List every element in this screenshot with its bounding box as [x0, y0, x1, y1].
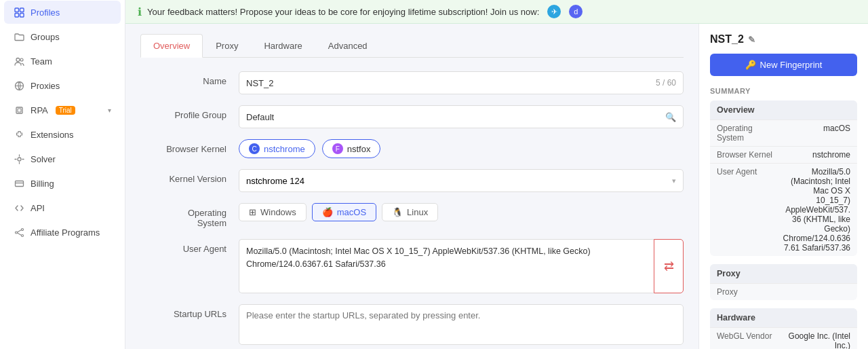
linux-label: Linux: [407, 207, 428, 217]
sidebar-label-groups: Groups: [31, 32, 60, 42]
user-agent-control: Mozilla/5.0 (Macintosh; Intel Mac OS X 1…: [239, 239, 684, 293]
sidebar-label-profiles: Profiles: [31, 7, 60, 18]
sidebar-label-affiliate: Affiliate Programs: [31, 227, 100, 238]
profile-group-label: Profile Group: [140, 105, 239, 120]
svg-point-9: [18, 158, 21, 161]
form-panel: Overview Proxy Hardware Advanced Name NS…: [125, 24, 698, 349]
sidebar-item-solver[interactable]: Solver: [4, 147, 121, 170]
browser-kernel-control: C nstchrome F nstfox: [239, 139, 684, 158]
summary-ua-key: User Agent: [717, 167, 781, 253]
summary-ua-row: User Agent Mozilla/5.0 (Macintosh; Intel…: [710, 163, 857, 256]
sidebar-label-api: API: [31, 203, 45, 213]
summary-webgl-vendor-val: Google Inc. (Intel Inc.): [781, 331, 850, 349]
svg-point-4: [16, 58, 20, 61]
svg-rect-3: [20, 13, 24, 17]
credit-icon: [14, 178, 24, 189]
summary-proxy-key: Proxy: [717, 287, 781, 297]
tabs: Overview Proxy Hardware Advanced: [140, 33, 684, 58]
tab-proxy[interactable]: Proxy: [203, 34, 251, 58]
os-btn-windows[interactable]: ⊞ Windows: [239, 203, 307, 221]
svg-point-13: [15, 232, 17, 234]
sidebar-item-api[interactable]: API: [4, 196, 121, 219]
nstfox-icon: F: [332, 143, 343, 154]
svg-rect-1: [20, 8, 24, 12]
sidebar-item-proxies[interactable]: Proxies: [4, 74, 121, 97]
summary-webgl-vendor-row: WebGL Vendor Google Inc. (Intel Inc.): [710, 327, 857, 349]
share-icon: [14, 227, 24, 238]
os-btn-macos[interactable]: 🍎 macOS: [312, 203, 376, 221]
sidebar: Profiles Groups Team Proxies RPA Trial ▾…: [0, 0, 125, 349]
sidebar-item-team[interactable]: Team: [4, 50, 121, 73]
profile-group-select[interactable]: Default 🔍: [239, 105, 684, 128]
sidebar-item-billing[interactable]: Billing: [4, 172, 121, 195]
sidebar-label-proxies: Proxies: [31, 81, 60, 91]
os-btn-linux[interactable]: 🐧 Linux: [382, 203, 438, 221]
sidebar-item-affiliate[interactable]: Affiliate Programs: [4, 221, 121, 244]
sidebar-item-rpa[interactable]: RPA Trial ▾: [4, 98, 121, 122]
discord-icon[interactable]: d: [569, 5, 583, 18]
chevron-down-icon: ▾: [108, 107, 111, 114]
kernel-version-label: Kernel Version: [140, 169, 239, 184]
summary-ua-val: Mozilla/5.0 (Macintosh; Intel Mac OS X 1…: [781, 167, 850, 253]
chevron-icon: ▾: [672, 177, 676, 185]
cpu-icon: [14, 105, 24, 115]
folder-icon: [14, 31, 24, 42]
linux-icon: 🐧: [392, 207, 403, 217]
startup-urls-control: [239, 304, 684, 347]
summary-kernel-key: Browser Kernel: [717, 150, 781, 160]
kernel-version-row: Kernel Version nstchrome 124 ▾: [140, 169, 684, 192]
kernel-version-control: nstchrome 124 ▾: [239, 169, 684, 192]
content-area: Overview Proxy Hardware Advanced Name NS…: [125, 24, 868, 349]
macos-label: macOS: [337, 207, 366, 217]
telegram-icon[interactable]: ✈: [547, 5, 561, 18]
svg-rect-10: [15, 181, 23, 186]
summary-os-row: Operating System macOS: [710, 120, 857, 146]
summary-proxy-row: Proxy: [710, 283, 857, 300]
summary-panel: NST_2 ✎ 🔑 New Fingerprint SUMMARY Overvi…: [698, 24, 868, 349]
tab-overview[interactable]: Overview: [140, 34, 203, 58]
notification-text: Your feedback matters! Propose your idea…: [147, 7, 539, 17]
fingerprint-icon: 🔑: [745, 60, 756, 70]
tab-advanced[interactable]: Advanced: [315, 34, 380, 58]
name-control: NST_2 5 / 60: [239, 71, 684, 94]
summary-webgl-vendor-key: WebGL Vendor: [717, 331, 781, 349]
ua-wrap: Mozilla/5.0 (Macintosh; Intel Mac OS X 1…: [239, 239, 684, 293]
refresh-ua-button[interactable]: ⇄: [654, 239, 684, 293]
sidebar-label-solver: Solver: [31, 154, 56, 164]
new-fingerprint-label: New Fingerprint: [760, 60, 823, 70]
sidebar-item-profiles[interactable]: Profiles: [4, 1, 121, 24]
name-count: 5 / 60: [656, 78, 676, 88]
startup-urls-textarea[interactable]: [239, 304, 684, 345]
kernel-version-select[interactable]: nstchrome 124 ▾: [239, 169, 684, 192]
name-input[interactable]: NST_2: [246, 78, 656, 88]
profile-group-value: Default: [246, 112, 274, 122]
summary-proxy-section: Proxy Proxy: [710, 264, 857, 300]
profile-name: NST_2: [710, 33, 744, 45]
proxy-header: Proxy: [710, 264, 857, 283]
svg-point-12: [21, 234, 23, 236]
sidebar-item-groups[interactable]: Groups: [4, 25, 121, 48]
tab-hardware[interactable]: Hardware: [251, 34, 315, 58]
summary-overview-section: Overview Operating System macOS Browser …: [710, 100, 857, 256]
kernel-buttons: C nstchrome F nstfox: [239, 139, 684, 158]
kernel-btn-nstfox[interactable]: F nstfox: [322, 139, 381, 158]
new-fingerprint-button[interactable]: 🔑 New Fingerprint: [710, 54, 857, 76]
notification-bar: ℹ Your feedback matters! Propose your id…: [125, 0, 868, 24]
summary-kernel-val: nstchrome: [781, 150, 850, 160]
user-agent-textarea[interactable]: Mozilla/5.0 (Macintosh; Intel Mac OS X 1…: [239, 239, 654, 293]
sidebar-item-extensions[interactable]: Extensions: [4, 123, 121, 146]
browser-kernel-row: Browser Kernel C nstchrome F nstfox: [140, 139, 684, 158]
globe-icon: [14, 80, 24, 91]
sidebar-label-billing: Billing: [31, 179, 54, 189]
svg-rect-8: [18, 109, 21, 112]
svg-point-11: [21, 228, 23, 230]
search-icon: 🔍: [665, 112, 676, 122]
name-input-wrap: NST_2 5 / 60: [239, 71, 684, 94]
sidebar-label-team: Team: [31, 56, 52, 67]
apple-icon: 🍎: [322, 207, 333, 217]
edit-icon[interactable]: ✎: [748, 35, 755, 45]
kernel-btn-nstchrome[interactable]: C nstchrome: [239, 139, 315, 158]
puzzle-icon: [14, 129, 24, 140]
browser-kernel-label: Browser Kernel: [140, 139, 239, 154]
overview-header: Overview: [710, 100, 857, 120]
